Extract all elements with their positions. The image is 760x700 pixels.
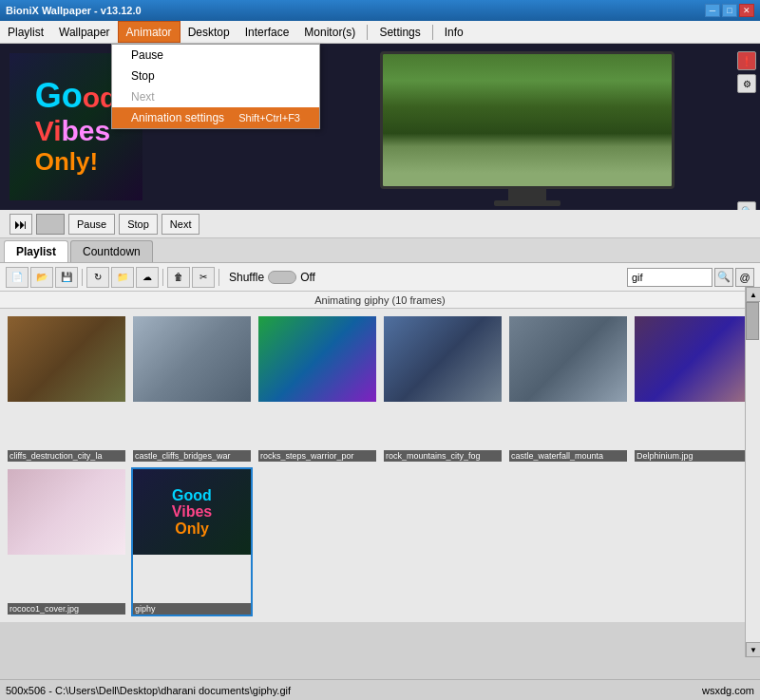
image-grid: cliffs_destruction_city_la castle_cliffs… xyxy=(0,309,760,622)
tb-sep3 xyxy=(218,269,219,286)
monitor-screen xyxy=(380,51,674,189)
status-line: Animating giphy (10 frames) xyxy=(0,292,760,309)
zoom-button[interactable]: 🔍 xyxy=(737,201,756,210)
menu-interface[interactable]: Interface xyxy=(238,21,297,43)
tab-countdown[interactable]: Countdown xyxy=(70,240,153,262)
thumb-castle xyxy=(133,316,251,402)
thumb-cliffs xyxy=(8,316,125,402)
tb-cut[interactable]: ✂ xyxy=(192,267,215,288)
shuffle-toggle[interactable] xyxy=(268,271,296,284)
monitor-base xyxy=(494,200,560,206)
menu-monitors[interactable]: Monitor(s) xyxy=(296,21,363,43)
toolbar: 📄 📂 💾 ↻ 📁 ☁ 🗑 ✂ Shuffle Off 🔍 @ xyxy=(0,263,760,292)
menu-desktop[interactable]: Desktop xyxy=(180,21,238,43)
tb-sep1 xyxy=(82,269,83,286)
pause-button[interactable]: Pause xyxy=(68,214,115,235)
thumb-rock2 xyxy=(384,316,502,402)
grid-item-7[interactable]: rococo1_cover.jpg xyxy=(6,467,127,616)
grid-label-3: rocks_steps_warrior_por xyxy=(258,450,376,462)
alert-button[interactable]: ❗ xyxy=(737,51,756,70)
bottom-file-info: 500x506 - C:\Users\Dell\Desktop\dharani … xyxy=(6,685,291,696)
scroll-track[interactable] xyxy=(746,302,760,642)
menu-bar: Playlist Wallpaper Animator Desktop Inte… xyxy=(0,21,760,44)
tb-refresh[interactable]: ↻ xyxy=(86,267,109,288)
settings-side-button[interactable]: ⚙ xyxy=(737,74,756,93)
grid-label-2: castle_cliffs_bridges_war xyxy=(133,450,251,462)
dropdown-next: Next xyxy=(112,86,319,107)
app-title: BioniX Wallpaper - v13.12.0 xyxy=(6,5,142,16)
grid-item-1[interactable]: cliffs_destruction_city_la xyxy=(6,314,127,464)
scroll-down-arrow[interactable]: ▼ xyxy=(746,642,760,657)
grid-item-3[interactable]: rocks_steps_warrior_por xyxy=(256,314,378,464)
window-controls: ─ □ ✕ xyxy=(705,4,754,17)
tabs-bar: Playlist Countdown xyxy=(0,238,760,263)
giphy-preview-text: Good Vibes Only xyxy=(172,487,212,538)
search-button[interactable]: 🔍 xyxy=(714,268,733,287)
close-button[interactable]: ✕ xyxy=(739,4,754,17)
grid-item-5[interactable]: castle_waterfall_mounta xyxy=(507,314,629,464)
dropdown-animation-settings[interactable]: Animation settings Shift+Ctrl+F3 xyxy=(112,107,319,128)
thumb-castle2 xyxy=(509,316,627,402)
search-input[interactable] xyxy=(627,268,712,287)
at-button[interactable]: @ xyxy=(735,268,754,287)
tb-cloud[interactable]: ☁ xyxy=(136,267,159,288)
thumb-preview xyxy=(36,214,65,235)
shuffle-area: Shuffle Off xyxy=(229,271,315,284)
bottom-status-bar: 500x506 - C:\Users\Dell\Desktop\dharani … xyxy=(0,679,760,700)
stop-button[interactable]: Stop xyxy=(119,214,158,235)
menu-info[interactable]: Info xyxy=(437,21,471,43)
side-buttons: ❗ ⚙ 🔍 xyxy=(737,51,756,210)
tb-sep2 xyxy=(162,269,163,286)
menu-separator2 xyxy=(432,25,433,40)
grid-item-6[interactable]: Delphinium.jpg xyxy=(633,314,754,464)
shuffle-value: Off xyxy=(300,271,315,284)
grid-item-4[interactable]: rock_mountains_city_fog xyxy=(382,314,504,464)
animator-dropdown: Pause Stop Next Animation settings Shift… xyxy=(111,44,320,129)
next-button[interactable]: Next xyxy=(162,214,200,235)
title-bar: BioniX Wallpaper - v13.12.0 ─ □ ✕ xyxy=(0,0,760,21)
menu-playlist[interactable]: Playlist xyxy=(0,21,51,43)
grid-label-1: cliffs_destruction_city_la xyxy=(8,450,125,462)
tb-open[interactable]: 📂 xyxy=(30,267,53,288)
thumb-rocks xyxy=(258,316,376,402)
skip-button[interactable]: ⏭ xyxy=(10,214,32,235)
minimize-button[interactable]: ─ xyxy=(705,4,720,17)
maximize-button[interactable]: □ xyxy=(722,4,737,17)
grid-label-6: Delphinium.jpg xyxy=(635,450,752,462)
thumb-rococo xyxy=(8,469,125,555)
tb-folder[interactable]: 📁 xyxy=(111,267,134,288)
grid-label-8: giphy xyxy=(133,603,251,615)
thumb-delphi xyxy=(635,316,752,402)
scroll-thumb[interactable] xyxy=(746,302,759,340)
menu-animator[interactable]: Animator xyxy=(118,21,180,43)
tb-new[interactable]: 📄 xyxy=(6,267,28,288)
grid-label-7: rococo1_cover.jpg xyxy=(8,603,125,615)
thumb-giphy: Good Vibes Only xyxy=(133,469,251,555)
scrollbar: ▲ ▼ xyxy=(745,287,760,657)
dropdown-stop[interactable]: Stop xyxy=(112,66,319,86)
grid-item-2[interactable]: castle_cliffs_bridges_war xyxy=(131,314,253,464)
grid-item-8[interactable]: Good Vibes Only giphy xyxy=(131,467,253,616)
status-text: Animating giphy (10 frames) xyxy=(314,294,446,306)
bottom-brand: wsxdg.com xyxy=(702,685,754,696)
menu-wallpaper[interactable]: Wallpaper xyxy=(51,21,118,43)
monitor-container xyxy=(380,51,674,206)
dropdown-pause[interactable]: Pause xyxy=(112,45,319,66)
grid-label-4: rock_mountains_city_fog xyxy=(384,450,502,462)
shuffle-label: Shuffle xyxy=(229,271,264,284)
tb-save[interactable]: 💾 xyxy=(55,267,78,288)
menu-separator xyxy=(367,25,368,40)
playback-bar: ⏭ Pause Stop Next xyxy=(0,210,760,238)
tab-playlist[interactable]: Playlist xyxy=(4,240,68,262)
menu-settings[interactable]: Settings xyxy=(371,21,428,43)
scroll-up-arrow[interactable]: ▲ xyxy=(746,287,760,302)
tb-delete[interactable]: 🗑 xyxy=(167,267,190,288)
search-area: 🔍 @ xyxy=(627,268,754,287)
grid-label-5: castle_waterfall_mounta xyxy=(509,450,627,462)
monitor-wallpaper xyxy=(383,54,672,186)
monitor-stand xyxy=(508,189,546,200)
